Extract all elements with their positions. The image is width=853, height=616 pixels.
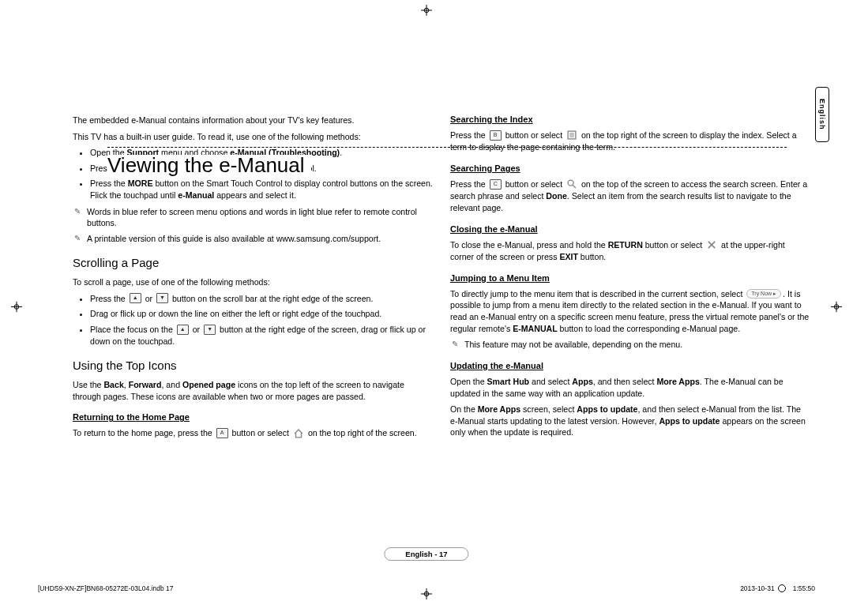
jumping-p: To directly jump to the menu item that i…	[450, 288, 810, 334]
down-arrow-icon: ▼	[156, 293, 168, 303]
heading-closing: Closing the e-Manual	[450, 223, 810, 235]
list-item: Drag or flick up or down the line on eit…	[90, 308, 433, 320]
heading-scrolling: Scrolling a Page	[73, 255, 433, 272]
list-item: Place the focus on the ▲ or ▼ button at …	[90, 324, 433, 347]
print-meta-right: 2013-10-31 1:55:50	[740, 584, 815, 592]
remote-a-button-icon: A	[216, 428, 228, 438]
heading-top-icons: Using the Top Icons	[73, 358, 433, 374]
note-item: This feature may not be available, depen…	[450, 339, 810, 351]
title-area: Viewing the e-Manual	[35, 76, 818, 109]
updating-p2: On the More Apps screen, select Apps to …	[450, 404, 810, 438]
remote-b-button-icon: B	[490, 130, 502, 141]
up-arrow-icon: ▲	[130, 293, 141, 303]
heading-search-index: Searching the Index	[450, 114, 810, 126]
intro-2: This TV has a built-in user guide. To re…	[73, 131, 433, 143]
down-arrow-icon: ▼	[204, 325, 216, 335]
list-item: Press the ▲ or ▼ button on the scroll ba…	[90, 293, 433, 305]
right-column: Searching the Index Press the B button o…	[450, 112, 810, 445]
search-pages-p: Press the C button or select on the top …	[450, 178, 810, 213]
crop-mark-top	[421, 5, 432, 18]
heading-return-home: Returning to the Home Page	[73, 411, 433, 423]
remote-c-button-icon: C	[490, 179, 502, 190]
updating-p1: Open the Smart Hub and select Apps, and …	[450, 376, 810, 399]
heading-search-pages: Searching Pages	[450, 163, 810, 175]
closing-p: To close the e-Manual, press and hold th…	[450, 239, 810, 263]
heading-updating: Updating the e-Manual	[450, 360, 810, 372]
page-footer: English - 17	[384, 547, 468, 561]
index-p: Press the B button or select on the top …	[450, 130, 810, 153]
index-icon	[566, 130, 577, 141]
crop-mark-right	[831, 302, 842, 315]
search-icon	[566, 178, 577, 190]
top-icons-p: Use the Back, Forward, and Opened page i…	[73, 379, 433, 402]
clock-icon	[778, 584, 786, 592]
crop-mark-bottom	[421, 588, 432, 602]
list-item: Press the MORE button on the Smart Touch…	[90, 178, 433, 201]
svg-point-16	[568, 180, 573, 186]
intro-1: The embedded e-Manual contains informati…	[73, 115, 433, 126]
scroll-intro: To scroll a page, use of one of the foll…	[73, 276, 433, 288]
page-title: Viewing the e-Manual	[107, 155, 311, 175]
crop-mark-left	[11, 302, 22, 315]
svg-line-17	[573, 186, 576, 189]
page: English Viewing the e-Manual The embedde…	[0, 0, 853, 616]
close-icon	[706, 239, 717, 250]
heading-jumping: Jumping to a Menu Item	[450, 272, 810, 284]
home-icon	[293, 428, 304, 439]
print-meta-left: [UHDS9-XN-ZF]BN68-05272E-03L04.indb 17	[38, 584, 174, 592]
note-item: A printable version of this guide is als…	[73, 233, 433, 245]
note-item: Words in blue refer to screen menu optio…	[73, 206, 433, 229]
return-p: To return to the home page, press the A …	[73, 427, 433, 439]
try-now-icon: Try Now ▸	[746, 289, 781, 299]
up-arrow-icon: ▲	[177, 325, 189, 335]
